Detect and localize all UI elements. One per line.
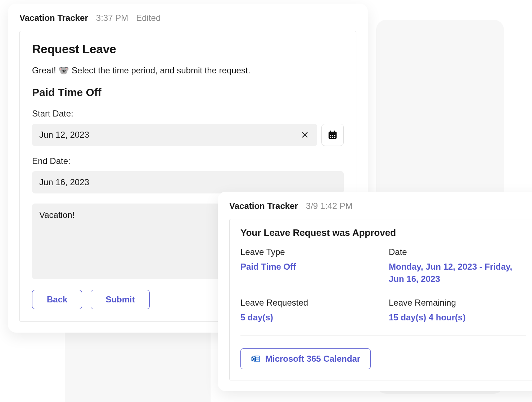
- divider: [240, 335, 526, 335]
- intro-prefix: Great!: [32, 65, 58, 75]
- approval-title: Your Leave Request was Approved: [240, 227, 526, 238]
- svg-rect-3: [332, 135, 333, 136]
- svg-rect-9: [334, 131, 335, 132]
- end-date-row: Jun 16, 2023: [32, 171, 344, 193]
- calendar-button-label: Microsoft 365 Calendar: [265, 354, 360, 364]
- approval-inner-box: Your Leave Request was Approved Leave Ty…: [229, 219, 532, 380]
- svg-rect-7: [334, 137, 335, 138]
- end-date-value: Jun 16, 2023: [39, 177, 337, 187]
- intro-text: Great! 🐨 Select the time period, and sub…: [32, 64, 344, 77]
- leave-requested-value: 5 day(s): [240, 311, 378, 324]
- start-date-value: Jun 12, 2023: [39, 130, 295, 140]
- start-date-label: Start Date:: [32, 109, 344, 119]
- timestamp: 3:37 PM: [96, 13, 128, 23]
- end-date-input[interactable]: Jun 16, 2023: [32, 171, 344, 193]
- request-title: Request Leave: [32, 42, 344, 56]
- svg-rect-1: [329, 132, 337, 134]
- back-button[interactable]: Back: [32, 290, 82, 309]
- edited-badge: Edited: [136, 13, 161, 23]
- timestamp: 3/9 1:42 PM: [306, 201, 352, 211]
- svg-rect-8: [330, 131, 331, 132]
- svg-rect-5: [330, 137, 332, 138]
- clear-start-date-icon[interactable]: [300, 130, 310, 140]
- leave-type-subtitle: Paid Time Off: [32, 86, 344, 99]
- app-name: Vacation Tracker: [229, 201, 298, 211]
- start-date-calendar-button[interactable]: [321, 124, 344, 146]
- approval-card: Vacation Tracker 3/9 1:42 PM Your Leave …: [218, 192, 532, 391]
- date-label: Date: [389, 247, 526, 257]
- leave-remaining-value: 15 day(s) 4 hour(s): [389, 311, 526, 324]
- leave-requested-label: Leave Requested: [240, 298, 378, 308]
- microsoft-365-calendar-button[interactable]: Microsoft 365 Calendar: [240, 348, 371, 369]
- start-date-row: Jun 12, 2023: [32, 124, 344, 146]
- intro-suffix: Select the time period, and submit the r…: [69, 65, 250, 75]
- svg-rect-13: [257, 357, 259, 358]
- leave-type-value: Paid Time Off: [240, 261, 378, 273]
- card-header: Vacation Tracker 3:37 PM Edited: [19, 13, 356, 23]
- note-value: Vacation!: [39, 210, 75, 220]
- svg-rect-15: [257, 358, 259, 360]
- app-name: Vacation Tracker: [19, 13, 88, 23]
- start-date-input[interactable]: Jun 12, 2023: [32, 124, 317, 146]
- outlook-icon: [251, 354, 260, 364]
- card-header: Vacation Tracker 3/9 1:42 PM: [229, 201, 532, 211]
- date-value: Monday, Jun 12, 2023 - Friday, Jun 16, 2…: [389, 261, 526, 285]
- leave-remaining-label: Leave Remaining: [389, 298, 526, 308]
- leave-type-label: Leave Type: [240, 247, 378, 257]
- submit-button[interactable]: Submit: [91, 290, 149, 309]
- end-date-label: End Date:: [32, 156, 344, 166]
- detail-grid: Leave Type Paid Time Off Date Monday, Ju…: [240, 247, 526, 334]
- koala-icon: 🐨: [58, 65, 69, 75]
- svg-rect-2: [330, 135, 332, 136]
- svg-rect-4: [334, 135, 335, 136]
- svg-rect-6: [332, 137, 333, 138]
